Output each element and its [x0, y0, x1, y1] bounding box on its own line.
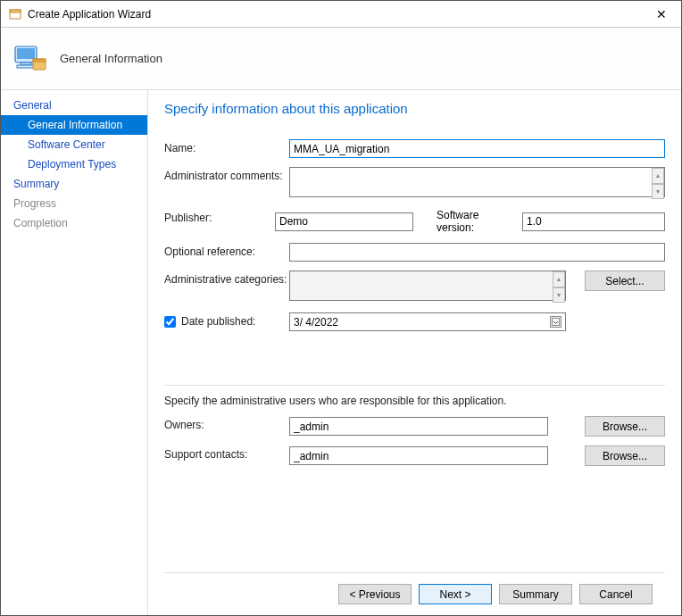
admin-comments-input[interactable]	[289, 167, 665, 197]
wizard-window: Create Application Wizard ✕ General Info…	[0, 0, 682, 616]
name-input[interactable]	[289, 139, 665, 158]
svg-rect-7	[33, 59, 46, 62]
header-title: General Information	[60, 52, 162, 65]
support-contacts-input[interactable]	[289, 446, 548, 465]
nav-deployment-types[interactable]: Deployment Types	[1, 154, 147, 174]
software-version-input[interactable]	[522, 212, 665, 231]
sidebar: General General Information Software Cen…	[1, 90, 148, 615]
previous-button[interactable]: < Previous	[338, 584, 412, 604]
select-categories-button[interactable]: Select...	[585, 271, 665, 291]
next-button[interactable]: Next >	[419, 584, 492, 604]
admin-categories-box	[289, 271, 566, 301]
label-admin-comments: Administrator comments:	[164, 167, 289, 182]
date-published-picker[interactable]: 3/ 4/2022	[289, 312, 566, 331]
divider	[164, 385, 665, 386]
nav-general[interactable]: General	[1, 96, 147, 115]
wizard-footer: < Previous Next > Summary Cancel	[164, 572, 665, 615]
categories-spinner[interactable]: ▴▾	[553, 271, 565, 303]
computer-icon	[12, 41, 47, 77]
browse-owners-button[interactable]: Browse...	[585, 416, 665, 437]
optional-reference-input[interactable]	[289, 243, 665, 262]
svg-rect-1	[10, 10, 21, 12]
nav-general-information[interactable]: General Information	[1, 115, 147, 135]
app-icon	[8, 7, 22, 21]
label-name: Name:	[164, 139, 289, 154]
label-optional-reference: Optional reference:	[164, 243, 289, 258]
nav-summary[interactable]: Summary	[1, 174, 147, 194]
svg-rect-8	[553, 319, 560, 326]
label-owners: Owners:	[164, 416, 289, 431]
calendar-dropdown-icon[interactable]	[550, 316, 561, 328]
label-admin-categories: Administrative categories:	[164, 271, 289, 286]
nav-completion: Completion	[1, 213, 147, 233]
label-software-version: Software version:	[419, 209, 517, 234]
label-publisher: Publisher:	[164, 209, 275, 224]
publisher-input[interactable]	[275, 212, 413, 231]
subheading-admin-users: Specify the administrative users who are…	[164, 395, 665, 407]
date-published-checkbox-wrap[interactable]: Date published:	[164, 315, 289, 328]
svg-rect-5	[17, 65, 35, 68]
date-published-value: 3/ 4/2022	[294, 316, 338, 329]
window-title: Create Application Wizard	[28, 8, 649, 21]
page-heading: Specify information about this applicati…	[164, 101, 665, 116]
textarea-spinner[interactable]: ▴▾	[652, 168, 664, 199]
label-date-published: Date published:	[181, 315, 255, 328]
date-published-checkbox[interactable]	[164, 316, 176, 328]
titlebar: Create Application Wizard ✕	[1, 1, 681, 28]
close-button[interactable]: ✕	[649, 4, 674, 24]
owners-input[interactable]	[289, 417, 548, 436]
label-support-contacts: Support contacts:	[164, 445, 289, 461]
wizard-body: General General Information Software Cen…	[1, 90, 681, 615]
svg-rect-3	[17, 48, 35, 59]
browse-support-contacts-button[interactable]: Browse...	[585, 445, 665, 466]
nav-progress: Progress	[1, 194, 147, 213]
wizard-header: General Information	[1, 28, 681, 90]
summary-button[interactable]: Summary	[499, 584, 572, 604]
main-panel: Specify information about this applicati…	[148, 90, 681, 615]
nav-software-center[interactable]: Software Center	[1, 135, 147, 154]
cancel-button[interactable]: Cancel	[579, 584, 653, 604]
